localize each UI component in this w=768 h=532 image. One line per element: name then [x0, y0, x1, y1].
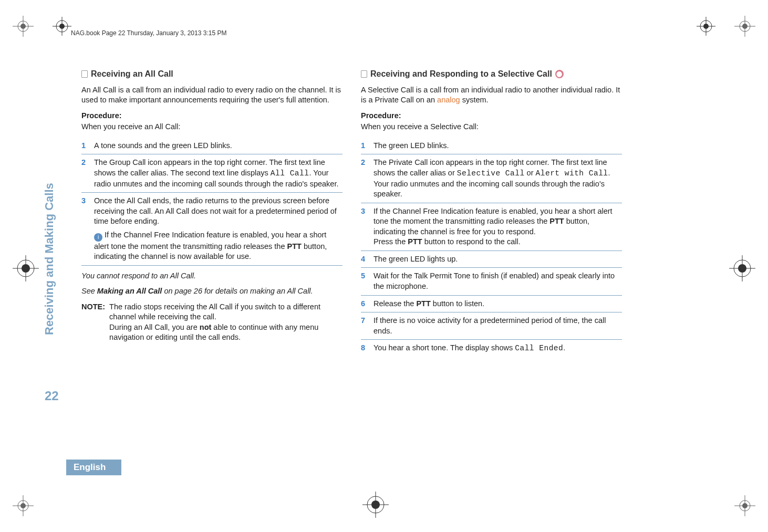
step-number: 2 [81, 158, 89, 189]
step-text: You hear a short tone. The display shows… [373, 343, 622, 354]
step-number: 7 [361, 316, 368, 336]
header-meta: NAG.book Page 22 Thursday, January 3, 20… [71, 29, 226, 37]
text: Release the [373, 299, 416, 308]
intro-para: An All Call is a call from an individual… [81, 85, 343, 106]
step-text: Wait for the Talk Permit Tone to finish … [373, 271, 622, 291]
step-text: The green LED blinks. [373, 141, 622, 151]
step-text: Release the PTT button to listen. [373, 299, 622, 309]
step-row: 1 A tone sounds and the green LED blinks… [81, 138, 343, 155]
procedure-subtext: When you receive a Selective Call: [361, 122, 622, 132]
step-row: 1 The green LED blinks. [361, 138, 622, 155]
text: on page 26 for details on making an All … [162, 287, 313, 295]
step-row: 2 The Private Call icon appears in the t… [361, 154, 622, 203]
code-text: Alert with Call [536, 169, 608, 178]
procedure-subtext: When you receive an All Call: [81, 122, 343, 132]
step-number: 6 [361, 299, 368, 309]
right-column: Receiving and Responding to a Selective … [361, 68, 622, 479]
ptt-label: PTT [549, 217, 564, 225]
step-number: 1 [81, 141, 89, 151]
step-text: The Group Call icon appears in the top r… [94, 158, 343, 189]
document-icon [81, 70, 88, 78]
text: . [563, 343, 565, 352]
step-row: 4 The green LED lights up. [361, 251, 622, 268]
note-text: The radio stops receiving the All Call i… [109, 302, 343, 343]
registration-mark-icon [734, 16, 755, 37]
step-text: If there is no voice activity for a pred… [373, 316, 622, 336]
step-row: 2 The Group Call icon appears in the top… [81, 154, 343, 193]
small-crosshair-icon [53, 17, 71, 36]
left-column: Receiving an All Call An All Call is a c… [81, 68, 343, 479]
analog-highlight: analog [437, 96, 460, 104]
code-text: All Call [271, 169, 309, 178]
text: or [525, 169, 536, 177]
ptt-label: PTT [287, 242, 302, 251]
procedure-label: Procedure: [361, 111, 622, 121]
step-row: 6 Release the PTT button to listen. [361, 296, 622, 313]
step-number: 5 [361, 271, 368, 291]
step-text: The green LED lights up. [373, 254, 622, 265]
page-number: 22 [45, 389, 59, 403]
note-label: NOTE: [81, 302, 105, 343]
crosshair-icon [729, 255, 755, 281]
section-title-all-call: Receiving an All Call [81, 68, 343, 80]
step-number: 3 [81, 196, 89, 262]
ptt-label: PTT [408, 237, 422, 246]
crop-line-bottom [0, 1, 768, 1]
step-row: 3 Once the All Call ends, the radio retu… [81, 193, 343, 266]
step-row: 7 If there is no voice activity for a pr… [361, 312, 622, 340]
cannot-respond-note: You cannot respond to an All Call. [81, 271, 343, 281]
note-block: NOTE: The radio stops receiving the All … [81, 302, 343, 343]
step-text: A tone sounds and the green LED blinks. [94, 141, 343, 151]
code-text: Selective Call [457, 169, 525, 178]
text: Once the All Call ends, the radio return… [94, 196, 343, 227]
text: system. [460, 96, 489, 104]
text: See [81, 287, 97, 295]
step-text: If the Channel Free Indication feature i… [373, 206, 622, 247]
step-row: 3 If the Channel Free Indication feature… [361, 203, 622, 251]
text: You hear a short tone. The display shows [373, 343, 515, 352]
text: The radio stops receiving the All Call i… [109, 302, 343, 322]
text: A Selective Call is a call from an indiv… [361, 86, 620, 105]
step-text: The Private Call icon appears in the top… [373, 158, 622, 199]
step-text: Once the All Call ends, the radio return… [94, 196, 343, 262]
info-icon: i [94, 233, 102, 242]
step-number: 3 [361, 206, 368, 247]
intro-para: A Selective Call is a call from an indiv… [361, 85, 622, 106]
title-text: Receiving an All Call [91, 68, 173, 80]
step-row: 5 Wait for the Talk Permit Tone to finis… [361, 268, 622, 295]
step-number: 1 [361, 141, 368, 151]
procedure-label: Procedure: [81, 111, 343, 121]
title-text: Receiving and Responding to a Selective … [370, 68, 552, 80]
text: button to respond to the call. [422, 237, 521, 246]
step-number: 2 [361, 158, 368, 199]
crop-line-left [0, 1, 1, 532]
document-icon [361, 70, 367, 78]
reference-title: Making an All Call [97, 287, 162, 295]
see-reference: See Making an All Call on page 26 for de… [81, 286, 343, 297]
text: button to listen. [431, 299, 484, 308]
step-row: 8 You hear a short tone. The display sho… [361, 340, 622, 357]
registration-mark-icon [13, 495, 34, 516]
step-number: 4 [361, 254, 368, 265]
content-area: Receiving an All Call An All Call is a c… [81, 68, 700, 479]
side-tab: Receiving and Making Calls [39, 163, 60, 399]
section-name-vertical: Receiving and Making Calls [43, 204, 56, 335]
text: During an All Call, you are [109, 323, 200, 331]
registration-mark-icon [734, 495, 755, 516]
section-title-selective-call: Receiving and Responding to a Selective … [361, 68, 622, 80]
code-text: Call Ended [515, 344, 563, 352]
text: Press the [373, 237, 408, 246]
sub-note: iIf the Channel Free Indication feature … [94, 230, 343, 262]
step-number: 8 [361, 343, 368, 354]
crosshair-icon [13, 255, 39, 281]
registration-mark-icon [13, 16, 34, 37]
small-crosshair-icon [697, 17, 715, 36]
crosshair-icon [362, 492, 389, 518]
ptt-label: PTT [416, 299, 430, 308]
analog-badge-icon: ⬤ [555, 70, 564, 78]
text: During an All Call, you are not able to … [109, 322, 343, 343]
bold-text: not [200, 323, 212, 331]
